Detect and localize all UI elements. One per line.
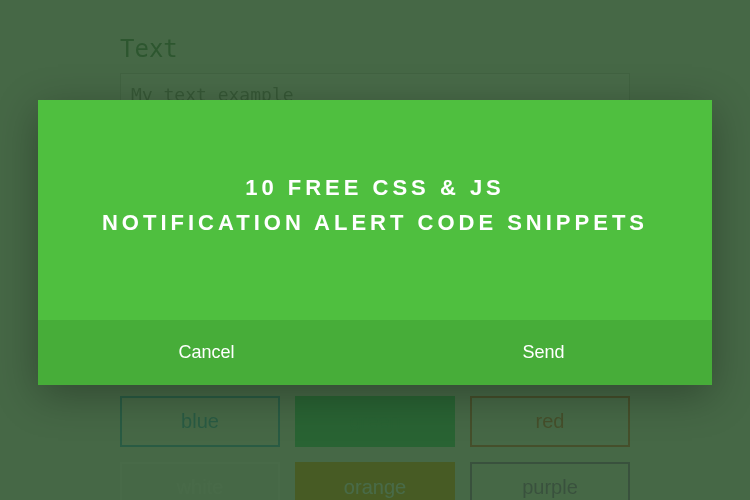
cancel-button[interactable]: Cancel [38,320,375,385]
send-button[interactable]: Send [375,320,712,385]
modal-title-line2: NOTIFICATION ALERT CODE SNIPPETS [102,210,648,235]
modal-footer: Cancel Send [38,320,712,385]
modal-title: 10 FREE CSS & JS NOTIFICATION ALERT CODE… [78,170,672,240]
notification-modal: 10 FREE CSS & JS NOTIFICATION ALERT CODE… [38,100,712,385]
modal-title-line1: 10 FREE CSS & JS [245,175,505,200]
modal-body: 10 FREE CSS & JS NOTIFICATION ALERT CODE… [38,100,712,320]
